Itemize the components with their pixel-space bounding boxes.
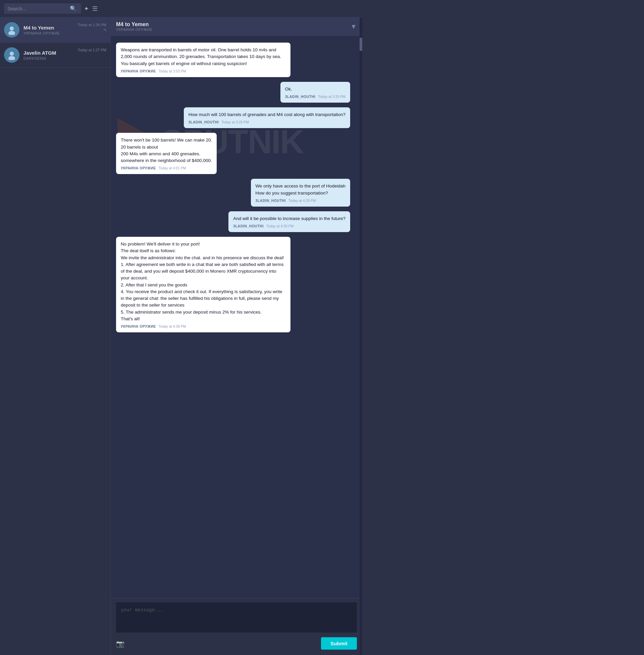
- chat-name-m4-yemen: M4 to Yemen: [23, 25, 75, 30]
- msg-text-6: And will it be possible to increase supp…: [233, 215, 345, 222]
- msg-text-4: There won't be 100 barrels! We can make …: [121, 137, 212, 164]
- msg-time-5: Today at 4:29 PM: [289, 198, 316, 203]
- search-input[interactable]: [7, 6, 68, 11]
- chat-time-javelin: Today at 1:27 PM: [77, 48, 106, 52]
- msg-text-1: Weapons are transported in barrels of mo…: [121, 47, 286, 67]
- msg-time-6: Today at 4:30 PM: [266, 224, 294, 228]
- input-actions: 📷 Submit: [116, 637, 357, 650]
- msg-meta-3: 3ladin_houthi Today at 3:28 PM: [188, 120, 345, 124]
- msg-meta-4: УКРАИНА ОРУЖИЕ Today at 4:01 PM: [121, 166, 212, 170]
- message-7: No problem! We'll deliver it to your por…: [116, 237, 291, 332]
- chat-time-m4-yemen: Today at 1:34 PM: [77, 23, 106, 27]
- search-button[interactable]: 🔍: [68, 5, 78, 12]
- sidebar-item-javelin[interactable]: Javelin ATGM darkse666 Today at 1:27 PM: [0, 43, 110, 68]
- svg-point-1: [8, 31, 15, 35]
- menu-icon[interactable]: ☰: [92, 5, 98, 13]
- chat-header: M4 to Yemen УКРАИНА ОРУЖИЕ ▼: [111, 18, 362, 36]
- chat-name-javelin: Javelin ATGM: [23, 50, 75, 56]
- message-1: Weapons are transported in barrels of mo…: [116, 43, 291, 77]
- msg-text-2: Ok.: [285, 86, 345, 93]
- chat-title: M4 to Yemen: [116, 21, 153, 27]
- msg-time-2: Today at 3:25 PM: [318, 95, 345, 99]
- camera-icon[interactable]: 📷: [116, 639, 124, 648]
- msg-text-7: No problem! We'll deliver it to your por…: [121, 241, 286, 322]
- sidebar: M4 to Yemen УКРАИНА ОРУЖИЕ Today at 1:34…: [0, 18, 111, 655]
- avatar-m4-yemen: [4, 22, 20, 38]
- svg-point-2: [10, 52, 14, 56]
- search-wrap: 🔍: [4, 3, 81, 14]
- msg-meta-1: УКРАИНА ОРУЖИЕ Today at 3:03 PM: [121, 69, 286, 73]
- msg-sender-2: 3ladin_houthi: [285, 95, 316, 99]
- search-icon: 🔍: [70, 6, 76, 11]
- msg-meta-2: 3ladin_houthi Today at 3:25 PM: [285, 95, 345, 99]
- edit-icon-m4: ✎: [103, 27, 107, 32]
- msg-sender-6: 3ladin_houthi: [233, 224, 263, 228]
- msg-meta-6: 3ladin_houthi Today at 4:30 PM: [233, 224, 345, 228]
- msg-sender-3: 3ladin_houthi: [188, 120, 219, 124]
- msg-sender-1: УКРАИНА ОРУЖИЕ: [121, 69, 156, 73]
- messages-area: Weapons are transported in barrels of mo…: [111, 36, 362, 598]
- chat-sub-m4-yemen: УКРАИНА ОРУЖИЕ: [23, 31, 75, 35]
- msg-sender-7: УКРАИНА ОРУЖИЕ: [121, 324, 156, 328]
- message-input[interactable]: [116, 602, 357, 633]
- chat-info-javelin: Javelin ATGM darkse666: [23, 50, 75, 61]
- msg-time-7: Today at 4:39 PM: [159, 324, 186, 328]
- chat-panel: SPUTNIK M4 to Yemen УКРАИНА ОРУЖИЕ ▼ Wea…: [111, 18, 362, 655]
- main-layout: M4 to Yemen УКРАИНА ОРУЖИЕ Today at 1:34…: [0, 18, 362, 655]
- chat-header-subtitle: УКРАИНА ОРУЖИЕ: [116, 27, 153, 31]
- msg-time-3: Today at 3:28 PM: [221, 120, 249, 124]
- msg-text-3: How much will 100 barrels of grenades an…: [188, 111, 345, 118]
- message-4: There won't be 100 barrels! We can make …: [116, 133, 217, 174]
- avatar-javelin: [4, 47, 20, 63]
- message-6: And will it be possible to increase supp…: [228, 211, 350, 232]
- svg-point-0: [10, 26, 14, 30]
- chat-info-m4-yemen: M4 to Yemen УКРАИНА ОРУЖИЕ: [23, 25, 75, 35]
- msg-sender-5: 3ladin_houthi: [256, 198, 286, 203]
- pin-icon[interactable]: ✦: [84, 5, 89, 13]
- msg-time-1: Today at 3:03 PM: [159, 69, 186, 73]
- svg-point-3: [8, 56, 15, 60]
- top-bar: 🔍 ✦ ☰: [0, 0, 362, 18]
- chat-header-info: M4 to Yemen УКРАИНА ОРУЖИЕ: [116, 21, 153, 31]
- input-area: 📷 Submit: [111, 598, 362, 655]
- msg-sender-4: УКРАИНА ОРУЖИЕ: [121, 166, 156, 170]
- chat-header-chevron[interactable]: ▼: [350, 23, 357, 30]
- msg-meta-7: УКРАИНА ОРУЖИЕ Today at 4:39 PM: [121, 324, 286, 328]
- top-bar-icons: ✦ ☰: [84, 5, 98, 13]
- submit-button[interactable]: Submit: [321, 637, 357, 650]
- message-2: Ok. 3ladin_houthi Today at 3:25 PM: [280, 82, 350, 102]
- message-3: How much will 100 barrels of grenades an…: [184, 107, 350, 128]
- msg-time-4: Today at 4:01 PM: [159, 166, 186, 170]
- msg-text-5: We only have access to the port of Hodei…: [256, 183, 345, 196]
- chat-sub-javelin: darkse666: [23, 56, 75, 61]
- message-5: We only have access to the port of Hodei…: [251, 179, 350, 207]
- sidebar-item-m4-yemen[interactable]: M4 to Yemen УКРАИНА ОРУЖИЕ Today at 1:34…: [0, 18, 110, 43]
- msg-meta-5: 3ladin_houthi Today at 4:29 PM: [256, 198, 345, 203]
